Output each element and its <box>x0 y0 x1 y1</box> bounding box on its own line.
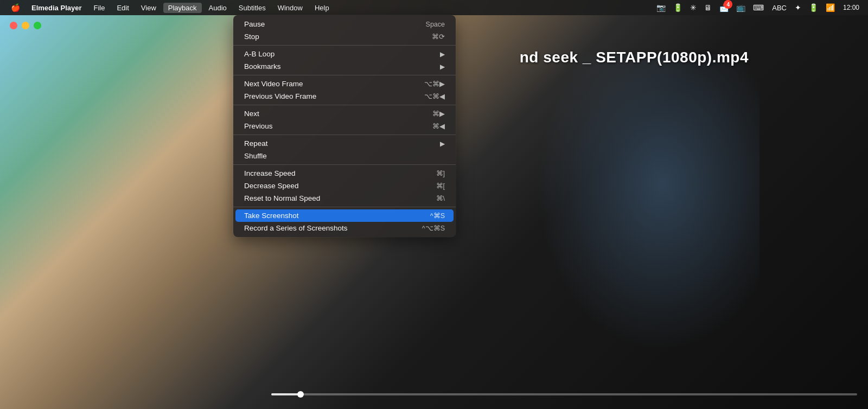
bluetooth-icon: ✦ <box>793 3 803 12</box>
menu-item-ab-loop[interactable]: A-B Loop ▶ <box>235 48 454 60</box>
separator-2 <box>233 75 456 75</box>
apple-menu[interactable]: 🍎 <box>7 2 24 13</box>
video-scrubber[interactable] <box>271 393 857 395</box>
menu-item-increase-speed[interactable]: Increase Speed ⌘] <box>235 167 454 180</box>
pause-label: Pause <box>244 20 426 28</box>
wifi-icon: 📶 <box>824 3 837 12</box>
menu-item-previous[interactable]: Previous ⌘◀ <box>235 120 454 132</box>
separator-4 <box>233 135 456 135</box>
next-video-frame-label: Next Video Frame <box>244 80 424 88</box>
airplay-icon: 📺 <box>735 3 747 12</box>
menu-item-reset-speed[interactable]: Reset to Normal Speed ⌘\ <box>235 192 454 204</box>
dropbox-icon: ✳ <box>688 3 698 12</box>
decrease-speed-shortcut: ⌘[ <box>436 182 445 190</box>
menubar-window[interactable]: Window <box>273 3 308 13</box>
menu-item-repeat[interactable]: Repeat ▶ <box>235 137 454 150</box>
menubar-app-name[interactable]: Elmedia Player <box>27 3 87 13</box>
battery-status-icon: 🔋 <box>807 3 820 12</box>
close-button[interactable] <box>10 22 17 29</box>
playback-dropdown-menu: Pause Space Stop ⌘⟳ A-B Loop ▶ Bookmarks… <box>233 15 456 237</box>
video-title: nd seek _ SETAPP(1080p).mp4 <box>520 49 749 66</box>
menu-item-previous-video-frame[interactable]: Previous Video Frame ⌥⌘◀ <box>235 90 454 103</box>
notification-badge: 4 <box>724 0 732 9</box>
scrubber-thumb <box>297 391 304 398</box>
take-screenshot-label: Take Screenshot <box>244 212 430 220</box>
separator-5 <box>233 164 456 165</box>
menubar-help[interactable]: Help <box>310 3 334 13</box>
abc-label: ABC <box>770 4 789 12</box>
menu-item-record-screenshots[interactable]: Record a Series of Screenshots ^⌥⌘S <box>235 222 454 234</box>
stop-label: Stop <box>244 33 432 41</box>
menubar: 🍎 Elmedia Player File Edit View Playback… <box>0 0 868 15</box>
decrease-speed-label: Decrease Speed <box>244 182 436 190</box>
reset-speed-label: Reset to Normal Speed <box>244 194 436 202</box>
menubar-audio[interactable]: Audio <box>204 3 232 13</box>
bookmarks-label: Bookmarks <box>244 62 438 71</box>
menu-item-stop[interactable]: Stop ⌘⟳ <box>235 30 454 43</box>
notification-icon-wrapper: 📩 4 <box>718 3 730 12</box>
repeat-arrow: ▶ <box>440 140 445 148</box>
record-screenshots-shortcut: ^⌥⌘S <box>422 224 445 232</box>
menu-item-shuffle[interactable]: Shuffle <box>235 150 454 162</box>
pause-shortcut: Space <box>426 21 445 28</box>
video-content-overlay <box>515 54 760 380</box>
separator-6 <box>233 207 456 207</box>
menubar-playback[interactable]: Playback <box>163 3 202 13</box>
menu-item-next[interactable]: Next ⌘▶ <box>235 107 454 120</box>
stop-shortcut: ⌘⟳ <box>432 33 445 41</box>
previous-label: Previous <box>244 122 432 130</box>
next-shortcut: ⌘▶ <box>432 110 445 118</box>
next-label: Next <box>244 110 432 118</box>
minimize-button[interactable] <box>22 22 29 29</box>
reset-speed-shortcut: ⌘\ <box>436 194 445 202</box>
separator-1 <box>233 45 456 46</box>
menubar-file[interactable]: File <box>89 3 110 13</box>
increase-speed-label: Increase Speed <box>244 169 436 177</box>
ab-loop-arrow: ▶ <box>440 50 445 58</box>
menu-item-bookmarks[interactable]: Bookmarks ▶ <box>235 60 454 73</box>
time-display: 12:00 <box>841 4 861 11</box>
menu-item-next-video-frame[interactable]: Next Video Frame ⌥⌘▶ <box>235 78 454 90</box>
separator-3 <box>233 105 456 105</box>
menu-item-pause[interactable]: Pause Space <box>235 18 454 30</box>
repeat-label: Repeat <box>244 139 438 148</box>
battery-icon: 🔋 <box>672 3 684 12</box>
menu-item-take-screenshot[interactable]: Take Screenshot ^⌘S <box>235 209 454 222</box>
display-icon: 🖥 <box>703 3 713 12</box>
menubar-subtitles[interactable]: Subtitles <box>234 3 271 13</box>
menu-item-decrease-speed[interactable]: Decrease Speed ⌘[ <box>235 180 454 192</box>
menubar-view[interactable]: View <box>136 3 161 13</box>
increase-speed-shortcut: ⌘] <box>436 169 445 177</box>
menubar-edit[interactable]: Edit <box>112 3 133 13</box>
scrubber-fill <box>271 393 301 395</box>
ab-loop-label: A-B Loop <box>244 50 438 58</box>
previous-video-frame-shortcut: ⌥⌘◀ <box>424 92 445 100</box>
maximize-button[interactable] <box>34 22 41 29</box>
facetime-icon: 📷 <box>655 3 667 12</box>
record-screenshots-label: Record a Series of Screenshots <box>244 224 422 232</box>
next-video-frame-shortcut: ⌥⌘▶ <box>424 80 445 88</box>
shuffle-label: Shuffle <box>244 152 445 160</box>
previous-shortcut: ⌘◀ <box>432 122 445 130</box>
keyboard-icon: ⌨ <box>751 3 765 12</box>
window-controls <box>10 22 41 29</box>
take-screenshot-shortcut: ^⌘S <box>430 212 445 220</box>
menubar-right-icons: 📷 🔋 ✳ 🖥 📩 4 📺 ⌨ ABC ✦ 🔋 📶 12:00 <box>655 3 861 12</box>
previous-video-frame-label: Previous Video Frame <box>244 92 424 100</box>
bookmarks-arrow: ▶ <box>440 63 445 71</box>
